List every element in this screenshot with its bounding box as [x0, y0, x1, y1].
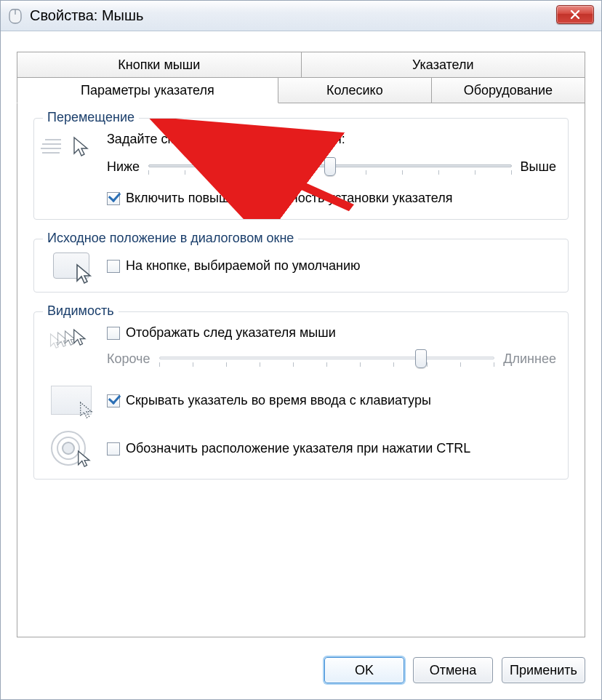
pointer-speed-slider[interactable] — [148, 156, 511, 178]
locate-pointer-icon — [51, 431, 92, 466]
tab-pointer-options[interactable]: Параметры указателя — [17, 77, 278, 103]
slider-slow-label: Ниже — [107, 159, 140, 175]
dialog-button-bar: OK Отмена Применить — [17, 657, 585, 683]
trail-long-label: Длиннее — [503, 351, 556, 367]
tab-hardware[interactable]: Оборудование — [431, 77, 585, 103]
pointer-trails-icon — [49, 325, 93, 356]
slider-thumb-icon — [324, 157, 336, 176]
group-visibility-legend: Видимость — [43, 303, 119, 319]
mouse-icon — [7, 8, 24, 24]
trail-short-label: Короче — [107, 351, 150, 367]
close-button[interactable] — [556, 5, 594, 24]
enhance-precision-label: Включить повышенную точность установки у… — [126, 191, 452, 206]
group-snap-legend: Исходное положение в диалоговом окне — [43, 231, 298, 246]
apply-button[interactable]: Применить — [502, 657, 585, 683]
ok-button[interactable]: OK — [324, 657, 404, 683]
tab-row-top: Кнопки мыши Указатели — [17, 52, 585, 78]
window-title: Свойства: Мышь — [30, 7, 143, 24]
tab-buttons[interactable]: Кнопки мыши — [17, 52, 302, 78]
pointer-speed-icon — [48, 132, 95, 165]
pointer-trails-label: Отображать след указателя мыши — [126, 325, 336, 341]
tab-wheel[interactable]: Колесико — [278, 77, 432, 103]
group-motion: Перемещение — [33, 118, 569, 220]
pointer-speed-heading: Задайте скорость движения указателя: — [107, 132, 556, 147]
close-icon — [570, 9, 580, 20]
slider-thumb-icon — [415, 349, 427, 368]
group-motion-legend: Перемещение — [43, 110, 139, 125]
pointer-trails-slider — [159, 348, 495, 370]
hide-pointer-checkbox[interactable] — [107, 394, 120, 407]
group-snap: Исходное положение в диалоговом окне На … — [33, 239, 569, 293]
mouse-properties-window: Свойства: Мышь Кнопки мыши Указатели Пар… — [0, 0, 602, 700]
snap-to-icon — [53, 252, 89, 279]
hide-pointer-label: Скрывать указатель во время ввода с клав… — [126, 393, 431, 408]
locate-pointer-label: Обозначить расположение указателя при на… — [126, 441, 470, 456]
snap-to-label: На кнопке, выбираемой по умолчанию — [126, 258, 361, 274]
cancel-button[interactable]: Отмена — [413, 657, 493, 683]
pointer-trails-checkbox[interactable] — [107, 327, 120, 340]
tab-row-bottom: Параметры указателя Колесико Оборудовани… — [17, 77, 585, 103]
dialog-panel: Кнопки мыши Указатели Параметры указател… — [17, 52, 585, 638]
titlebar[interactable]: Свойства: Мышь — [1, 1, 601, 31]
tab-body: Перемещение — [17, 103, 585, 637]
snap-to-checkbox[interactable] — [107, 260, 120, 273]
tab-pointers[interactable]: Указатели — [301, 52, 586, 78]
slider-fast-label: Выше — [521, 159, 556, 175]
group-visibility: Видимость Отображать — [33, 311, 569, 480]
enhance-precision-checkbox[interactable] — [107, 192, 120, 205]
locate-pointer-checkbox[interactable] — [107, 442, 120, 456]
hide-pointer-icon — [51, 386, 92, 415]
